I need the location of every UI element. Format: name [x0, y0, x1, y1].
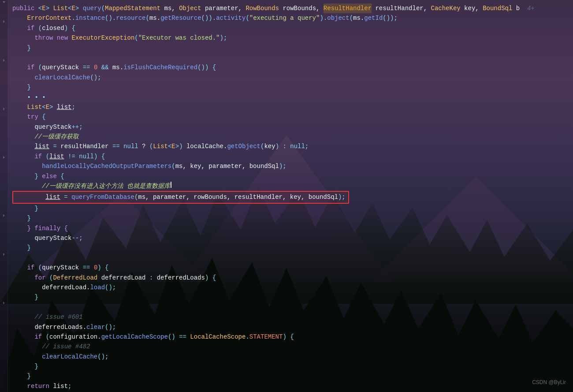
code-token: [12, 161, 42, 171]
code-line: • • •: [12, 93, 573, 102]
code-token: E: [171, 142, 175, 151]
code-token: //一级缓存获取: [34, 132, 79, 142]
fold-marker-12[interactable]: [1, 107, 7, 111]
code-token: ());: [383, 13, 398, 23]
code-token: list: [53, 381, 68, 391]
code-token: ) {: [283, 332, 294, 342]
code-token: new: [57, 33, 72, 43]
fold-marker-18[interactable]: [1, 155, 7, 160]
code-token: >: [46, 4, 53, 13]
code-token: [12, 73, 34, 82]
editor-gutter: [0, 0, 8, 392]
code-token: ) {: [64, 23, 75, 33]
code-token: E: [46, 102, 49, 112]
code-token: [97, 63, 101, 72]
code-token: (: [46, 152, 49, 161]
code-token: ==: [83, 263, 94, 273]
code-token: ResultHandler: [324, 4, 372, 13]
code-token: parameter,: [201, 4, 246, 13]
fold-marker-7[interactable]: [1, 58, 7, 63]
code-token: [12, 352, 42, 362]
svg-marker-3: [3, 108, 5, 110]
code-token: try: [27, 112, 42, 122]
svg-marker-2: [3, 59, 5, 62]
code-line: }: [12, 43, 573, 53]
code-token: [12, 312, 34, 322]
code-token: 0: [94, 263, 97, 273]
code-line: [12, 53, 573, 63]
code-token: "Executor was closed.": [138, 33, 220, 43]
code-line: list = queryFromDatabase(ms, parameter, …: [12, 191, 573, 203]
code-token: ;: [71, 102, 75, 112]
code-token: <: [68, 4, 71, 13]
code-token: configuration.: [49, 332, 101, 342]
code-token: ) {: [94, 152, 105, 161]
code-token: (: [49, 273, 53, 283]
code-token: [49, 142, 53, 151]
code-token: //一级缓存没有进入这个方法 也就是查数据库: [42, 181, 170, 191]
code-line: if (queryStack == 0 && ms.isFlushCacheRe…: [12, 63, 573, 72]
code-token: }: [34, 362, 38, 371]
code-token: STATEMENT: [249, 332, 283, 342]
code-line: if (queryStack == 0) {: [12, 263, 573, 273]
code-token: [12, 243, 27, 253]
code-token: list: [34, 142, 49, 151]
code-token: [60, 194, 64, 201]
code-token: list: [45, 194, 60, 201]
code-token: }: [27, 371, 31, 381]
fold-marker-34[interactable]: [1, 301, 7, 305]
code-line: public <E> List<E> query(MappedStatement…: [12, 4, 573, 13]
code-token: [12, 93, 27, 102]
svg-marker-0: [3, 1, 5, 3]
code-line: list = resultHandler == null ? (List<E>)…: [12, 142, 573, 151]
code-token: ms.: [353, 13, 364, 23]
code-token: query: [83, 4, 101, 13]
code-token: {: [60, 172, 64, 181]
code-token: handleLocallyCachedOutputParameters: [42, 161, 171, 171]
code-token: else: [42, 172, 60, 181]
code-token: (): [168, 332, 179, 342]
code-token: // issue #482: [42, 342, 90, 351]
fold-marker-28[interactable]: [1, 252, 7, 257]
code-token: ms, parameter, rowBounds, resultHandler,…: [138, 194, 338, 201]
code-token: [12, 332, 34, 342]
code-line: }: [12, 243, 573, 253]
code-line: queryStack++;: [12, 122, 573, 132]
fold-marker-25[interactable]: [1, 213, 7, 218]
code-token: return: [27, 381, 53, 391]
code-editor: public <E> List<E> query(MappedStatement…: [0, 0, 573, 392]
code-token: activity: [216, 13, 246, 23]
code-token: if: [27, 23, 38, 33]
code-token: ) {: [97, 263, 108, 273]
code-token: deferredLoads.: [34, 322, 86, 332]
code-token: [12, 112, 27, 122]
code-token: deferredLoad: [97, 273, 149, 283]
code-token: if: [27, 263, 38, 273]
code-token: [12, 273, 34, 283]
code-token: getLocalCacheScope: [101, 332, 168, 342]
code-content: public <E> List<E> query(MappedStatement…: [8, 0, 573, 392]
code-token: List: [27, 102, 42, 112]
code-token: [12, 342, 42, 351]
code-token: } finally {: [27, 224, 68, 233]
fold-marker-3[interactable]: [1, 19, 7, 24]
code-token: public: [12, 4, 38, 13]
code-line: if (configuration.getLocalCacheScope() =…: [12, 332, 573, 342]
code-token: --;: [71, 233, 82, 243]
code-token: .: [71, 13, 75, 23]
code-line: if (closed) {: [12, 23, 573, 33]
code-token: =: [64, 194, 71, 201]
code-line: [12, 253, 573, 263]
code-token: [12, 362, 34, 371]
code-token: (: [246, 13, 249, 23]
code-token: (: [146, 13, 149, 23]
code-line: // issue #482: [12, 342, 573, 351]
fold-marker-1[interactable]: [1, 0, 7, 4]
code-token: [12, 204, 34, 213]
watermark: CSDN @ByLir: [532, 378, 566, 387]
code-line: deferredLoad.load();: [12, 283, 573, 292]
code-token: [12, 322, 34, 332]
code-token: ==: [112, 142, 123, 151]
code-token: );: [338, 194, 346, 201]
code-token: getObject: [227, 142, 260, 151]
